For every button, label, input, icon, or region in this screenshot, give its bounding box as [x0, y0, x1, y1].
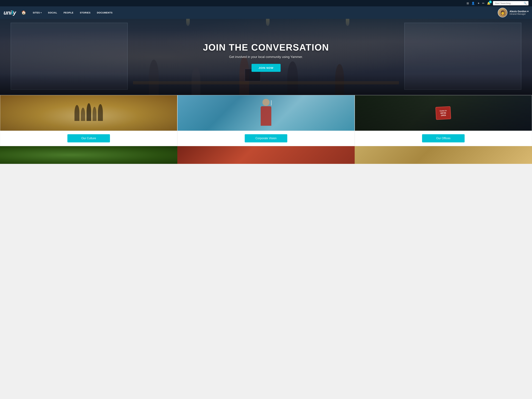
user-profile[interactable]: 👩 Alexis Gordon ▾ Intranet Manager [498, 8, 528, 17]
logo[interactable]: unily [4, 9, 16, 16]
utility-icons: ⊞ 👤 ✦ ✏ 🔔 8 [467, 2, 490, 5]
card-vision-image [177, 95, 355, 131]
lamp-1 [186, 19, 190, 26]
sparkle-icon[interactable]: ✦ [477, 2, 480, 5]
hero-title: JOIN THE CONVERSATION [203, 42, 329, 53]
bottom-card-1 [0, 146, 177, 164]
card-offices: Come inWE'REOPEN Our Offices [355, 95, 532, 146]
nav-sites[interactable]: SITES ▾ [30, 6, 45, 19]
notification-wrapper[interactable]: 🔔 8 [487, 2, 490, 5]
nav-documents[interactable]: DOCUMENTS [94, 6, 116, 19]
hero-banner: JOIN THE CONVERSATION Get involved in yo… [0, 19, 532, 95]
card-culture: Our Culture [0, 95, 177, 146]
bottom-image-2 [177, 146, 355, 164]
user-info: Alexis Gordon ▾ Intranet Manager [509, 10, 528, 15]
lamp-3 [346, 19, 349, 26]
user-icon[interactable]: 👤 [471, 2, 475, 5]
bottom-row [0, 146, 532, 164]
nav-social[interactable]: SOCIAL [45, 6, 60, 19]
chevron-down-icon: ▾ [41, 12, 42, 14]
search-input[interactable] [495, 2, 523, 5]
avatar-image: 👩 [498, 8, 507, 17]
home-icon[interactable]: 🏠 [21, 10, 26, 15]
card-culture-body: Our Culture [0, 131, 177, 146]
card-culture-image [0, 95, 177, 131]
utility-bar: ⊞ 👤 ✦ ✏ 🔔 8 🔍 [0, 0, 532, 6]
hero-overlay [0, 74, 532, 95]
avatar: 👩 [498, 8, 507, 17]
join-now-button[interactable]: JOIN NOW [252, 64, 280, 72]
search-icon: 🔍 [524, 2, 527, 5]
card-offices-body: Our Offices [355, 131, 532, 146]
culture-button[interactable]: Our Culture [67, 134, 110, 142]
nav-stories[interactable]: STORIES [77, 6, 94, 19]
edit-icon[interactable]: ✏ [482, 2, 484, 5]
nav-people[interactable]: PEOPLE [60, 6, 77, 19]
bottom-image-3 [355, 146, 532, 164]
vision-button[interactable]: Corporate Vision [245, 134, 287, 142]
card-vision-body: Corporate Vision [177, 131, 355, 146]
user-role: Intranet Manager [509, 13, 528, 15]
nav-links: SITES ▾ SOCIAL PEOPLE STORIES DOCUMENTS [30, 6, 498, 19]
user-dropdown-icon: ▾ [527, 10, 528, 13]
bottom-image-1 [0, 146, 177, 164]
offices-button[interactable]: Our Offices [422, 134, 465, 142]
cards-section: Our Culture Corporate Vision Come in [0, 95, 532, 146]
hero-content: JOIN THE CONVERSATION Get involved in yo… [203, 42, 329, 72]
search-bar[interactable]: 🔍 [493, 1, 528, 5]
bottom-card-2 [177, 146, 355, 164]
bottom-card-3 [355, 146, 532, 164]
lamp-2 [266, 19, 270, 26]
card-offices-image: Come inWE'REOPEN [355, 95, 532, 131]
user-name: Alexis Gordon ▾ [509, 10, 528, 13]
card-vision: Corporate Vision [177, 95, 355, 146]
hero-subtitle: Get involved in your local community usi… [203, 55, 329, 59]
notification-badge: 8 [489, 0, 492, 3]
navbar: unily 🏠 SITES ▾ SOCIAL PEOPLE STORIES DO… [0, 6, 532, 19]
grid-icon[interactable]: ⊞ [467, 2, 469, 5]
